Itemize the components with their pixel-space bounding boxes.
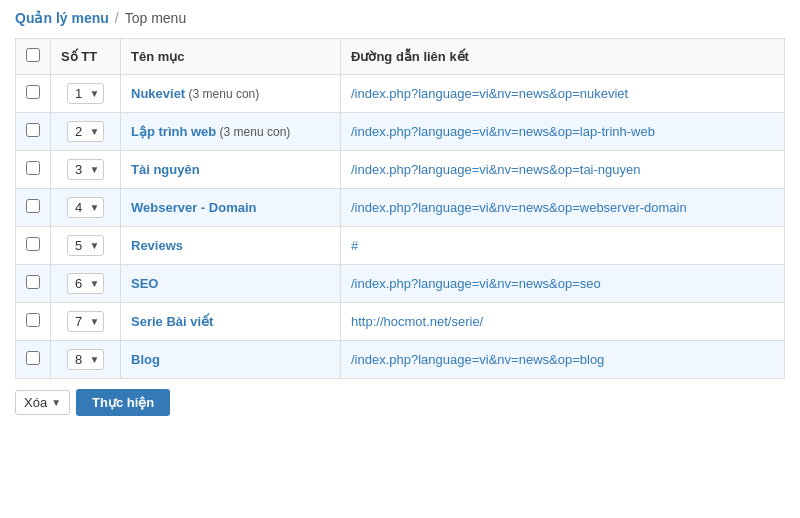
order-arrow-icon: ▼: [90, 164, 100, 175]
order-arrow-icon: ▼: [90, 202, 100, 213]
row-name-cell: Lập trình web (3 menu con): [121, 113, 341, 151]
order-number: 3: [72, 162, 86, 177]
action-arrow: ▼: [51, 397, 61, 408]
row-name-cell: Reviews: [121, 227, 341, 265]
breadcrumb-current: Top menu: [125, 10, 186, 26]
menu-name-link[interactable]: Tài nguyên: [131, 162, 200, 177]
order-select[interactable]: 3▼: [67, 159, 105, 180]
order-number: 7: [72, 314, 86, 329]
breadcrumb-separator: /: [115, 10, 119, 26]
menu-name-link[interactable]: SEO: [131, 276, 158, 291]
row-checkbox-cell: [16, 75, 51, 113]
header-name: Tên mục: [121, 39, 341, 75]
submit-button[interactable]: Thực hiện: [76, 389, 170, 416]
row-link-cell: /index.php?language=vi&nv=news&op=nukevi…: [341, 75, 785, 113]
header-link: Đường dẫn liên kết: [341, 39, 785, 75]
row-name-cell: Serie Bài viết: [121, 303, 341, 341]
row-link-cell: /index.php?language=vi&nv=news&op=webser…: [341, 189, 785, 227]
table-row: 2▼Lập trình web (3 menu con)/index.php?l…: [16, 113, 785, 151]
row-checkbox-cell: [16, 341, 51, 379]
order-select[interactable]: 7▼: [67, 311, 105, 332]
page-container: Quản lý menu / Top menu Số TT Tên mục Đư…: [0, 0, 800, 518]
order-arrow-icon: ▼: [90, 278, 100, 289]
order-select[interactable]: 2▼: [67, 121, 105, 142]
row-checkbox-cell: [16, 189, 51, 227]
row-checkbox-cell: [16, 151, 51, 189]
table-row: 4▼Webserver - Domain/index.php?language=…: [16, 189, 785, 227]
action-dropdown[interactable]: Xóa ▼: [15, 390, 70, 415]
row-checkbox[interactable]: [26, 85, 40, 99]
row-checkbox[interactable]: [26, 199, 40, 213]
table-row: 5▼Reviews#: [16, 227, 785, 265]
order-arrow-icon: ▼: [90, 240, 100, 251]
menu-name-link[interactable]: Lập trình web: [131, 124, 216, 139]
sub-count: (3 menu con): [185, 87, 259, 101]
row-checkbox-cell: [16, 113, 51, 151]
order-arrow-icon: ▼: [90, 316, 100, 327]
row-checkbox-cell: [16, 303, 51, 341]
header-checkbox-cell: [16, 39, 51, 75]
row-name-cell: SEO: [121, 265, 341, 303]
row-name-cell: Blog: [121, 341, 341, 379]
row-order-cell: 6▼: [51, 265, 121, 303]
order-arrow-icon: ▼: [90, 354, 100, 365]
menu-table: Số TT Tên mục Đường dẫn liên kết 1▼Nukev…: [15, 38, 785, 379]
row-name-cell: Nukeviet (3 menu con): [121, 75, 341, 113]
row-checkbox[interactable]: [26, 275, 40, 289]
order-select[interactable]: 4▼: [67, 197, 105, 218]
order-number: 5: [72, 238, 86, 253]
order-number: 4: [72, 200, 86, 215]
row-checkbox[interactable]: [26, 161, 40, 175]
order-select[interactable]: 1▼: [67, 83, 105, 104]
row-order-cell: 5▼: [51, 227, 121, 265]
table-row: 1▼Nukeviet (3 menu con)/index.php?langua…: [16, 75, 785, 113]
row-checkbox[interactable]: [26, 313, 40, 327]
row-name-cell: Tài nguyên: [121, 151, 341, 189]
order-select[interactable]: 5▼: [67, 235, 105, 256]
row-link-cell: /index.php?language=vi&nv=news&op=lap-tr…: [341, 113, 785, 151]
table-row: 8▼Blog/index.php?language=vi&nv=news&op=…: [16, 341, 785, 379]
order-arrow-icon: ▼: [90, 126, 100, 137]
row-link-cell: /index.php?language=vi&nv=news&op=tai-ng…: [341, 151, 785, 189]
table-row: 7▼Serie Bài viếthttp://hocmot.net/serie/: [16, 303, 785, 341]
menu-name-link[interactable]: Webserver - Domain: [131, 200, 256, 215]
table-header-row: Số TT Tên mục Đường dẫn liên kết: [16, 39, 785, 75]
order-number: 6: [72, 276, 86, 291]
row-order-cell: 4▼: [51, 189, 121, 227]
row-order-cell: 7▼: [51, 303, 121, 341]
row-name-cell: Webserver - Domain: [121, 189, 341, 227]
row-order-cell: 8▼: [51, 341, 121, 379]
row-checkbox[interactable]: [26, 123, 40, 137]
menu-name-link[interactable]: Serie Bài viết: [131, 314, 213, 329]
menu-name-link[interactable]: Reviews: [131, 238, 183, 253]
footer-bar: Xóa ▼ Thực hiện: [15, 389, 785, 416]
select-all-checkbox[interactable]: [26, 48, 40, 62]
order-select[interactable]: 6▼: [67, 273, 105, 294]
order-arrow-icon: ▼: [90, 88, 100, 99]
breadcrumb-parent[interactable]: Quản lý menu: [15, 10, 109, 26]
order-select[interactable]: 8▼: [67, 349, 105, 370]
order-number: 1: [72, 86, 86, 101]
row-link-cell: /index.php?language=vi&nv=news&op=seo: [341, 265, 785, 303]
header-stt: Số TT: [51, 39, 121, 75]
order-number: 8: [72, 352, 86, 367]
table-row: 3▼Tài nguyên/index.php?language=vi&nv=ne…: [16, 151, 785, 189]
breadcrumb: Quản lý menu / Top menu: [15, 10, 785, 26]
row-order-cell: 2▼: [51, 113, 121, 151]
menu-name-link[interactable]: Nukeviet: [131, 86, 185, 101]
row-checkbox-cell: [16, 227, 51, 265]
sub-count: (3 menu con): [216, 125, 290, 139]
row-checkbox[interactable]: [26, 237, 40, 251]
row-link-cell: #: [341, 227, 785, 265]
row-order-cell: 3▼: [51, 151, 121, 189]
row-checkbox-cell: [16, 265, 51, 303]
order-number: 2: [72, 124, 86, 139]
menu-name-link[interactable]: Blog: [131, 352, 160, 367]
row-checkbox[interactable]: [26, 351, 40, 365]
row-link-cell: http://hocmot.net/serie/: [341, 303, 785, 341]
row-link-cell: /index.php?language=vi&nv=news&op=blog: [341, 341, 785, 379]
action-label: Xóa: [24, 395, 47, 410]
table-row: 6▼SEO/index.php?language=vi&nv=news&op=s…: [16, 265, 785, 303]
row-order-cell: 1▼: [51, 75, 121, 113]
